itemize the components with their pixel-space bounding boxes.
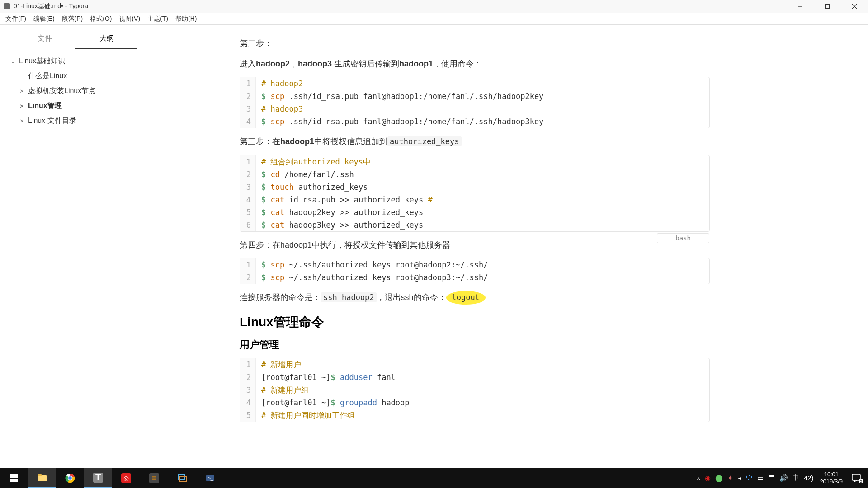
titlebar: 01-Linux基础.md• - Typora (0, 0, 868, 13)
tab-outline[interactable]: 大纲 (75, 29, 137, 49)
code-line: 1# 组合到authorized_keys中 (240, 155, 709, 168)
window-controls (787, 0, 868, 13)
explorer-icon[interactable] (28, 468, 56, 488)
tray-power-icon[interactable]: 🗔 (768, 474, 775, 482)
code-lang-badge[interactable]: bash (657, 233, 709, 243)
paragraph-step4: 第四步：在hadoop1中执行，将授权文件传输到其他服务器 (240, 238, 710, 252)
sublime-icon[interactable]: ≡ (140, 468, 168, 488)
outline-panel: ⌄Linux基础知识什么是Linux>虚拟机安装Linux节点>Linux管理>… (0, 49, 151, 468)
app-red-icon[interactable]: ◎ (112, 468, 140, 488)
codeblock-user-admin[interactable]: 1# 新增用户2[root@fanl01 ~]$ adduser fanl3# … (240, 358, 710, 422)
code-line: 5$ cat hadoop2key >> authorized_keys (240, 206, 709, 219)
codeblock-scp-auth[interactable]: 1$ scp ~/.ssh/authorized_keys root@hadoo… (240, 258, 710, 284)
line-number: 3 (240, 103, 256, 115)
tray-volume-icon[interactable]: 🔊 (779, 474, 788, 482)
outline-item[interactable]: >Linux管理 (0, 99, 151, 113)
tray-app1-icon[interactable]: ◉ (705, 474, 711, 482)
menu-edit[interactable]: 编辑(E) (30, 14, 58, 24)
typora-icon[interactable]: T (84, 468, 112, 488)
start-button[interactable] (0, 468, 28, 488)
code-line: 1# hadoop2 (240, 77, 709, 90)
editor-content[interactable]: 第二步： 进入hadoop2，hadoop3 生成密钥后传输到hadoop1，使… (151, 25, 868, 468)
system-tray[interactable]: ▵ ◉ ⬤ ✦ ◂ 🛡 ▭ 🗔 🔊 中 42) (697, 474, 814, 482)
code-text: $ scp ~/.ssh/authorized_keys root@hadoop… (256, 258, 488, 271)
chrome-icon[interactable] (56, 468, 84, 488)
chevron-icon: ⌄ (11, 58, 16, 65)
menubar: 文件(F) 编辑(E) 段落(P) 格式(O) 视图(V) 主题(T) 帮助(H… (0, 13, 868, 25)
code-line: 2$ cd /home/fanl/.ssh (240, 168, 709, 181)
line-number: 6 (240, 219, 256, 231)
menu-view[interactable]: 视图(V) (115, 14, 144, 24)
heading-linux-admin: Linux管理命令 (240, 314, 710, 331)
menu-theme[interactable]: 主题(T) (144, 14, 172, 24)
line-number: 1 (240, 358, 256, 371)
outline-label: Linux基础知识 (19, 56, 65, 66)
outline-item[interactable]: >虚拟机安装Linux节点 (0, 84, 151, 99)
line-number: 5 (240, 409, 256, 422)
chevron-icon: > (20, 103, 25, 109)
taskbar-clock[interactable]: 16:01 2019/3/9 (820, 471, 843, 485)
menu-help[interactable]: 帮助(H) (172, 14, 200, 24)
menu-file[interactable]: 文件(F) (2, 14, 30, 24)
app-icon (4, 3, 10, 9)
close-button[interactable] (841, 0, 868, 13)
code-line: 3# hadoop3 (240, 103, 709, 115)
svg-rect-6 (10, 479, 14, 482)
code-text: $ cat hadoop3key >> authorized_keys (256, 219, 423, 231)
line-number: 3 (240, 384, 256, 396)
line-number: 2 (240, 371, 256, 384)
outline-label: Linux管理 (28, 101, 62, 111)
tray-up-icon[interactable]: ▵ (697, 474, 700, 482)
code-text: $ cat id_rsa.pub >> authorized_keys # (256, 193, 434, 206)
code-text: # hadoop2 (256, 77, 303, 90)
svg-rect-13 (178, 474, 184, 479)
outline-item[interactable]: >Linux 文件目录 (0, 113, 151, 128)
tray-ime2[interactable]: 42) (804, 474, 814, 482)
code-line: 5# 新建用户同时增加工作组 (240, 409, 709, 422)
outline-label: 什么是Linux (28, 71, 67, 81)
outline-item[interactable]: ⌄Linux基础知识 (0, 54, 151, 69)
tray-app4-icon[interactable]: ◂ (738, 474, 741, 482)
code-text: # hadoop3 (256, 103, 303, 115)
paragraph-step3: 第三步：在hadoop1中将授权信息追加到authorized_keys (240, 135, 710, 149)
outline-label: 虚拟机安装Linux节点 (28, 86, 96, 96)
tab-files[interactable]: 文件 (14, 29, 75, 49)
sidebar-tabs: 文件 大纲 (0, 25, 151, 49)
code-line: 2$ scp ~/.ssh/authorized_keys root@hadoo… (240, 271, 709, 284)
codeblock-scp-keys[interactable]: 1# hadoop22$ scp .ssh/id_rsa.pub fanl@ha… (240, 77, 710, 128)
chevron-icon: > (20, 118, 25, 124)
svg-rect-9 (38, 474, 42, 476)
code-text: # 新建用户同时增加工作组 (256, 409, 355, 422)
code-text: # 新建用户组 (256, 384, 309, 396)
outline-label: Linux 文件目录 (28, 116, 76, 126)
line-number: 1 (240, 258, 256, 271)
heading-user-admin: 用户管理 (240, 338, 710, 352)
vm-icon[interactable] (168, 468, 196, 488)
notification-button[interactable]: 5 (848, 468, 864, 488)
code-text: $ scp .ssh/id_rsa.pub fanl@hadoop1:/home… (256, 115, 543, 128)
tray-shield-icon[interactable]: 🛡 (746, 474, 753, 482)
menu-paragraph[interactable]: 段落(P) (58, 14, 87, 24)
line-number: 2 (240, 271, 256, 284)
terminal-icon[interactable]: >_ (196, 468, 224, 488)
codeblock-authorized-keys[interactable]: 1# 组合到authorized_keys中2$ cd /home/fanl/.… (240, 155, 710, 232)
menu-format[interactable]: 格式(O) (86, 14, 115, 24)
paragraph-ssh-logout: 连接服务器的命令是：ssh hadoop2，退出ssh的命令：logout (240, 291, 710, 305)
code-text: [root@fanl01 ~]$ groupadd hadoop (256, 396, 410, 409)
svg-rect-4 (10, 474, 14, 478)
code-line: 3# 新建用户组 (240, 384, 709, 396)
minimize-button[interactable] (787, 0, 814, 13)
code-text: $ cd /home/fanl/.ssh (256, 168, 354, 181)
tray-network-icon[interactable]: ▭ (757, 474, 764, 482)
code-line: 6$ cat hadoop3key >> authorized_keys (240, 219, 709, 231)
outline-item[interactable]: 什么是Linux (0, 69, 151, 84)
svg-rect-1 (826, 5, 830, 9)
window-title: 01-Linux基础.md• - Typora (14, 2, 787, 10)
maximize-button[interactable] (814, 0, 841, 13)
paragraph-step2-body: 进入hadoop2，hadoop3 生成密钥后传输到hadoop1，使用命令： (240, 57, 710, 71)
line-number: 4 (240, 193, 256, 206)
tray-app2-icon[interactable]: ⬤ (715, 474, 723, 482)
tray-app3-icon[interactable]: ✦ (727, 474, 733, 482)
code-text: $ touch authorized_keys (256, 181, 368, 193)
tray-ime1[interactable]: 中 (793, 474, 799, 482)
